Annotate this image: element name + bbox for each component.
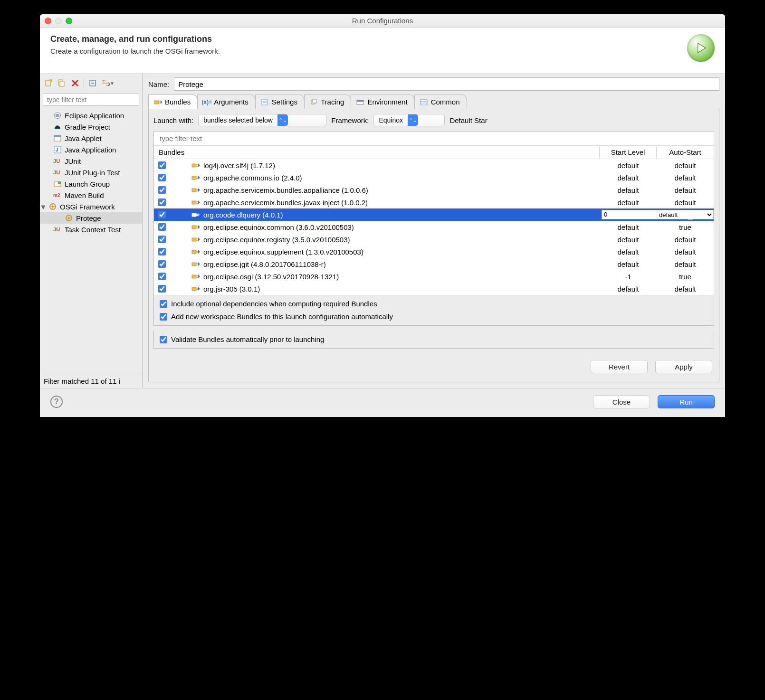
name-input[interactable] (174, 77, 719, 91)
validate-bundles-checkbox[interactable]: Validate Bundles automatically prior to … (160, 335, 708, 343)
tab-icon (356, 98, 364, 106)
bundle-row[interactable]: org.eclipse.jgit (4.8.0.201706111038-r)d… (154, 258, 714, 270)
tab-icon: (x)= (202, 98, 211, 106)
bundle-checkbox[interactable] (158, 186, 166, 194)
sidebar-item[interactable]: Eclipse Application (40, 110, 142, 121)
framework-label: Framework: (331, 116, 369, 124)
bundle-checkbox[interactable] (158, 248, 166, 255)
bundle-checkbox[interactable] (158, 161, 166, 169)
framework-select[interactable]: Equinox ⌃⌄ (373, 114, 445, 126)
new-config-button[interactable] (42, 77, 55, 89)
include-optional-checkbox[interactable]: Include optional dependencies when compu… (160, 300, 708, 308)
plugin-icon (170, 224, 203, 230)
bundle-row[interactable]: log4j.over.slf4j (1.7.12)defaultdefault (154, 159, 714, 171)
bundle-row[interactable]: org.jsr-305 (3.0.1)defaultdefault (154, 283, 714, 295)
svg-point-1 (50, 80, 52, 82)
sidebar-item[interactable]: ▼OSGi Framework (40, 201, 142, 212)
svg-rect-54 (196, 226, 198, 227)
bundle-row[interactable]: org.apache.servicemix.bundles.javax-inje… (154, 196, 714, 208)
sidebar-item[interactable]: JUJUnit (40, 155, 142, 167)
sidebar-item[interactable]: Java Applet (40, 132, 142, 144)
sidebar-item[interactable]: Protege (40, 212, 142, 224)
launch-with-select[interactable]: bundles selected below ⌃⌄ (198, 114, 326, 126)
tab-common[interactable]: Common (414, 95, 467, 109)
svg-rect-58 (196, 240, 198, 241)
svg-rect-65 (192, 275, 196, 278)
junit-icon: JU (53, 157, 62, 165)
svg-rect-50 (192, 213, 196, 217)
close-button[interactable]: Close (593, 395, 650, 408)
bundle-checkbox[interactable] (158, 236, 166, 243)
bundle-checkbox[interactable] (158, 273, 166, 280)
titlebar: Run Configurations (40, 14, 725, 28)
sidebar-item[interactable]: Gradle Project (40, 121, 142, 132)
svg-rect-28 (262, 99, 268, 105)
svg-text:J: J (56, 147, 58, 152)
svg-rect-40 (196, 166, 198, 167)
run-button[interactable]: Run (658, 395, 715, 408)
sidebar-item[interactable]: JUTask Context Test (40, 224, 142, 235)
sidebar-item[interactable]: Launch Group (40, 178, 142, 189)
auto-start-select[interactable]: default (657, 210, 714, 219)
tab-tracing[interactable]: Tracing (304, 95, 351, 109)
bundle-checkbox[interactable] (158, 174, 166, 181)
svg-text:m2: m2 (53, 193, 60, 198)
svg-rect-69 (196, 288, 198, 289)
help-button[interactable]: ? (50, 396, 63, 408)
bundle-row[interactable]: org.apache.commons.io (2.4.0)defaultdefa… (154, 171, 714, 184)
apply-button[interactable]: Apply (655, 360, 712, 373)
sidebar-item[interactable]: JJava Application (40, 144, 142, 155)
plugin-icon (170, 174, 203, 181)
col-start-level[interactable]: Start Level (600, 146, 657, 159)
bundle-row[interactable]: org.eclipse.osgi (3.12.50.v20170928-1321… (154, 270, 714, 283)
bundle-checkbox[interactable] (158, 223, 166, 231)
revert-button[interactable]: Revert (591, 360, 648, 373)
tab-arguments[interactable]: (x)=Arguments (197, 95, 256, 109)
tab-bundles[interactable]: Bundles (148, 95, 198, 109)
plugin-icon (170, 199, 203, 206)
main-panel: Name: Bundles(x)=ArgumentsSettingsTracin… (143, 74, 725, 388)
duplicate-config-button[interactable] (55, 77, 68, 89)
plugin-icon (170, 285, 203, 292)
run-configurations-window: Run Configurations Create, manage, and r… (40, 14, 725, 417)
bundle-row[interactable]: org.eclipse.equinox.registry (3.5.0.v201… (154, 233, 714, 246)
bundle-row[interactable]: org.apache.servicemix.bundles.aopallianc… (154, 184, 714, 196)
sidebar-toolbar: ▼ (40, 76, 142, 92)
delete-config-button[interactable] (68, 77, 82, 89)
tab-environment[interactable]: Environment (351, 95, 414, 109)
col-bundles[interactable]: Bundles (154, 146, 600, 159)
svg-rect-61 (196, 252, 198, 253)
bundle-row[interactable]: org.eclipse.equinox.common (3.6.0.v20100… (154, 221, 714, 233)
svg-rect-49 (196, 203, 198, 204)
window-title: Run Configurations (40, 17, 725, 25)
bundle-checkbox[interactable] (158, 260, 166, 268)
plugin-icon (170, 261, 203, 267)
col-auto-start[interactable]: Auto-Start (657, 146, 714, 159)
bundles-tab-panel: Launch with: bundles selected below ⌃⌄ F… (148, 109, 719, 382)
bundles-filter-input[interactable] (154, 132, 714, 146)
sidebar-filter-input[interactable] (43, 94, 139, 106)
svg-rect-47 (192, 201, 196, 204)
svg-rect-32 (313, 99, 316, 103)
config-type-tree[interactable]: Eclipse ApplicationGradle ProjectJava Ap… (40, 110, 142, 374)
svg-rect-3 (60, 81, 64, 86)
osgi-icon (48, 203, 57, 210)
svg-text:JU: JU (53, 227, 60, 232)
tab-settings[interactable]: Settings (255, 95, 305, 109)
bundle-checkbox[interactable] (158, 211, 166, 218)
sidebar-item[interactable]: JUJUnit Plug-in Test (40, 167, 142, 178)
bundle-row[interactable]: org.coode.dlquery (4.0.1)▲▼default (154, 208, 714, 221)
junit-icon: JU (53, 226, 62, 233)
run-icon (687, 34, 715, 62)
header-title: Create, manage, and run configurations (50, 34, 220, 44)
collapse-all-button[interactable] (86, 77, 99, 89)
bundle-row[interactable]: org.eclipse.equinox.supplement (1.3.0.v2… (154, 246, 714, 258)
bundle-checkbox[interactable] (158, 285, 166, 293)
add-new-workspace-checkbox[interactable]: Add new workspace Bundles to this launch… (160, 312, 708, 321)
config-tabs: Bundles(x)=ArgumentsSettingsTracingEnvir… (148, 95, 719, 109)
sidebar-item[interactable]: m2Maven Build (40, 189, 142, 201)
bundle-checkbox[interactable] (158, 199, 166, 206)
gradle-icon (53, 123, 62, 131)
svg-rect-27 (159, 103, 161, 104)
dialog-header: Create, manage, and run configurations C… (40, 28, 725, 74)
